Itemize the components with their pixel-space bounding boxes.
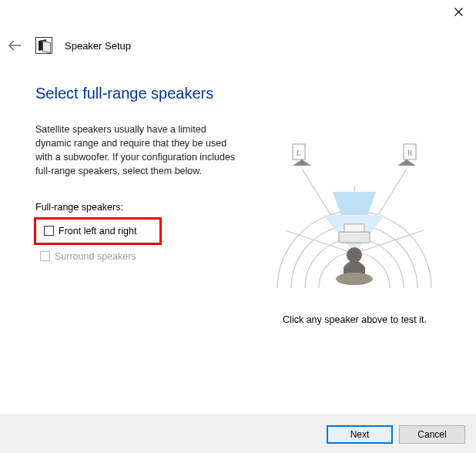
wizard-footer: Next Cancel	[0, 414, 476, 453]
speaker-layout-icon: L R	[270, 138, 439, 292]
next-button[interactable]: Next	[327, 425, 393, 444]
diagram-speaker-left	[293, 144, 311, 166]
cancel-button[interactable]: Cancel	[399, 425, 465, 444]
next-button-label: Next	[350, 429, 370, 440]
intro-text: Satellite speakers usually have a limite…	[35, 122, 236, 179]
diagram-speaker-left-label: L	[297, 149, 301, 157]
page-heading: Select full-range speakers	[35, 85, 458, 102]
speaker-setup-wizard: Speaker Setup Select full-range speakers…	[0, 0, 476, 453]
svg-rect-10	[339, 232, 370, 243]
checkbox-surround: Surround speakers	[35, 248, 236, 265]
checkbox-label: Surround speakers	[55, 251, 136, 262]
back-button[interactable]	[6, 37, 23, 54]
checkbox-icon	[44, 226, 54, 236]
checkbox-icon	[40, 251, 50, 261]
checkbox-label: Front left and right	[59, 226, 136, 237]
fullrange-group-label: Full-range speakers:	[35, 202, 236, 213]
diagram-column: L R	[251, 138, 458, 292]
close-button[interactable]	[441, 0, 476, 23]
close-icon	[454, 8, 463, 16]
speaker-diagram[interactable]: L R	[270, 138, 439, 292]
cancel-button-label: Cancel	[417, 429, 446, 440]
svg-point-13	[336, 273, 373, 285]
speaker-setup-icon	[35, 37, 52, 54]
wizard-title: Speaker Setup	[65, 40, 131, 52]
titlebar	[0, 0, 476, 25]
checkbox-front-lr[interactable]: Front left and right	[39, 223, 156, 240]
back-arrow-icon	[8, 40, 22, 51]
wizard-body: Select full-range speakers Satellite spe…	[35, 77, 458, 410]
svg-rect-11	[344, 224, 364, 232]
options-column: Satellite speakers usually have a limite…	[35, 122, 236, 265]
wizard-header: Speaker Setup	[6, 37, 470, 54]
test-hint: Click any speaker above to test it.	[283, 314, 427, 325]
diagram-speaker-right-label: R	[407, 149, 413, 157]
highlight-annotation: Front left and right	[34, 217, 162, 245]
